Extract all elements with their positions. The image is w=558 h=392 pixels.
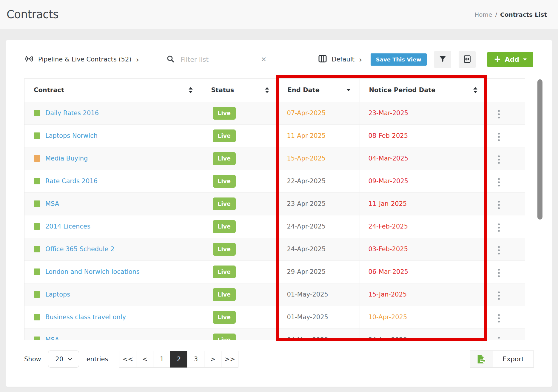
table-row: Laptops Norwich Live 11-Apr-2025 08-Feb-…: [24, 124, 525, 147]
breadcrumb: Home / Contracts List: [474, 11, 547, 18]
row-menu-kebab-icon[interactable]: [496, 267, 502, 279]
end-date-value: 23-Apr-2025: [287, 200, 326, 207]
end-date-value: 24-Apr-2025: [287, 223, 326, 230]
funnel-icon: [438, 55, 447, 64]
contracts-list-card: Pipeline & Live Contracts (52) › ✕: [6, 40, 552, 387]
view-scope-selector[interactable]: Pipeline & Live Contracts (52) ›: [25, 54, 139, 64]
row-menu-kebab-icon[interactable]: [496, 108, 502, 120]
contract-link[interactable]: Media Buying: [45, 155, 88, 162]
table-row: Media Buying Live 15-Apr-2025 04-Mar-202…: [24, 147, 525, 170]
contract-link[interactable]: Business class travel only: [45, 314, 126, 321]
status-badge: Live: [213, 334, 236, 340]
row-menu-kebab-icon[interactable]: [496, 199, 502, 211]
row-menu-kebab-icon[interactable]: [496, 312, 502, 324]
contracts-table-zone: Contract Status End Date Notice Per: [24, 78, 534, 340]
column-header-end-date[interactable]: End Date: [278, 79, 360, 102]
export-button[interactable]: Export: [470, 351, 534, 368]
clear-filter-icon[interactable]: ✕: [261, 55, 266, 63]
filter-search: ✕: [167, 55, 266, 64]
pagination: <<<123>>>: [119, 351, 238, 368]
contract-color-marker: [34, 178, 40, 184]
pagination-button-prev[interactable]: <: [136, 351, 153, 368]
row-menu-kebab-icon[interactable]: [496, 176, 502, 188]
notice-period-date-value: 03-Feb-2025: [369, 246, 408, 253]
add-button[interactable]: + Add: [487, 52, 533, 67]
status-badge: Live: [213, 197, 236, 210]
contract-link[interactable]: Office 365 Schedule 2: [45, 246, 114, 253]
column-width-icon: [463, 55, 472, 64]
export-button-label: Export: [493, 351, 534, 367]
row-menu-kebab-icon[interactable]: [496, 335, 502, 340]
row-menu-kebab-icon[interactable]: [496, 244, 502, 256]
contract-color-marker: [34, 223, 40, 230]
save-this-view-button[interactable]: Save This View: [371, 53, 427, 66]
contract-link[interactable]: London and Norwich locations: [45, 268, 140, 275]
end-date-value: 07-Apr-2025: [287, 109, 326, 117]
toolbar-actions: Default › Save This View: [318, 51, 533, 68]
view-layout-selector[interactable]: Default: [332, 56, 354, 63]
filter-button[interactable]: [434, 51, 451, 68]
page-size-select[interactable]: 20: [48, 351, 79, 368]
column-header-notice-period-date[interactable]: Notice Period Date: [360, 79, 486, 102]
columns-layout-icon: [318, 54, 327, 65]
notice-period-date-value: 06-Mar-2025: [369, 268, 409, 275]
caret-down-icon: [523, 58, 527, 61]
column-header-contract[interactable]: Contract: [24, 79, 202, 102]
end-date-value: 22-Apr-2025: [287, 178, 326, 185]
file-export-icon: [470, 351, 493, 367]
notice-period-date-value: 10-Apr-2025: [369, 314, 407, 321]
view-scope-label: Pipeline & Live Contracts (52): [38, 56, 132, 63]
row-menu-kebab-icon[interactable]: [496, 222, 502, 234]
contract-link[interactable]: Laptops Norwich: [45, 132, 98, 139]
table-footer: Show 20 entries <<<123>>> Export: [24, 351, 534, 368]
notice-period-date-value: 11-Jan-2025: [369, 200, 407, 207]
status-badge: Live: [213, 311, 236, 324]
contract-color-marker: [34, 132, 40, 139]
contract-link[interactable]: MSA: [45, 200, 59, 207]
contract-color-marker: [34, 291, 40, 298]
status-badge: Live: [213, 288, 236, 301]
breadcrumb-home-link[interactable]: Home: [474, 11, 492, 18]
pagination-button-3[interactable]: 3: [187, 351, 204, 368]
pagination-button-1[interactable]: 1: [153, 351, 170, 368]
end-date-value: 29-Apr-2025: [287, 268, 326, 275]
row-menu-kebab-icon[interactable]: [496, 290, 502, 302]
contract-link[interactable]: MSA: [45, 336, 59, 340]
breadcrumb-current: Contracts List: [500, 11, 547, 18]
status-badge: Live: [213, 266, 236, 278]
status-badge: Live: [213, 129, 236, 142]
show-label: Show: [24, 356, 41, 363]
filter-list-input[interactable]: [181, 56, 249, 63]
column-header-status[interactable]: Status: [202, 79, 278, 102]
column-width-button[interactable]: [459, 51, 476, 68]
end-date-value: 11-Apr-2025: [287, 132, 326, 139]
table-row: Daily Rates 2016 Live 07-Apr-2025 23-Mar…: [24, 102, 525, 124]
contracts-table: Contract Status End Date Notice Per: [24, 79, 525, 340]
end-date-value: 04-May-2025: [287, 336, 328, 340]
sort-icon: [189, 87, 193, 93]
contract-color-marker: [34, 246, 40, 252]
pagination-button-nextnext[interactable]: >>: [221, 351, 238, 368]
scrollbar-thumb[interactable]: [537, 79, 542, 220]
page-header: Contracts Home / Contracts List: [0, 0, 558, 29]
pagination-button-2[interactable]: 2: [170, 351, 187, 368]
contract-link[interactable]: Daily Rates 2016: [45, 109, 99, 117]
table-scrollbar: [537, 79, 542, 339]
notice-period-date-value: 04-Mar-2025: [369, 155, 409, 162]
contract-link[interactable]: 2014 Licences: [45, 223, 90, 230]
row-menu-kebab-icon[interactable]: [496, 131, 502, 143]
status-badge: Live: [213, 220, 236, 233]
status-badge: Live: [213, 175, 236, 188]
notice-period-date-value: 09-Mar-2025: [369, 178, 409, 185]
contract-link[interactable]: Laptops: [45, 291, 70, 298]
breadcrumb-separator: /: [495, 11, 497, 18]
pagination-button-next[interactable]: >: [204, 351, 221, 368]
end-date-value: 15-Apr-2025: [287, 155, 326, 162]
contract-color-marker: [34, 110, 40, 116]
search-icon: [167, 55, 175, 64]
contract-link[interactable]: Rate Cards 2016: [45, 178, 98, 185]
sort-icon: [265, 87, 269, 93]
pagination-button-prevprev[interactable]: <<: [119, 351, 136, 368]
table-row: MSA Live 23-Apr-2025 11-Jan-2025: [24, 192, 525, 215]
row-menu-kebab-icon[interactable]: [496, 154, 502, 166]
